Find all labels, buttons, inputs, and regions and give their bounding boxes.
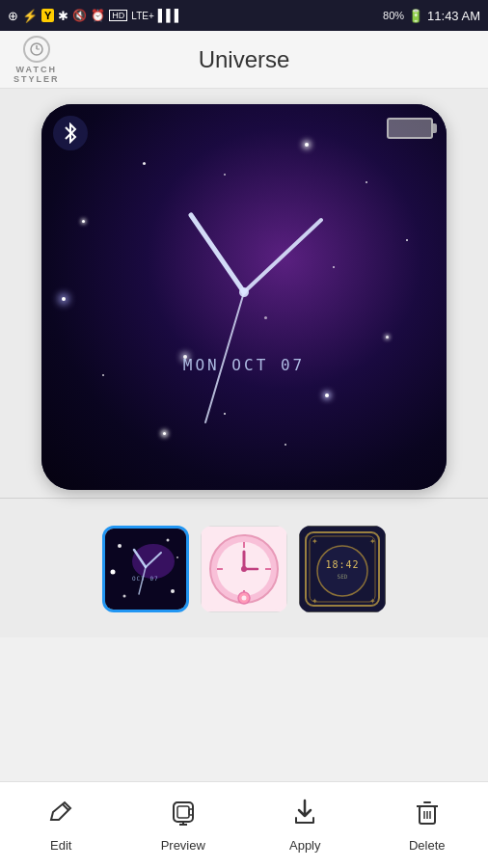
clock-svg <box>41 104 447 490</box>
svg-text:✦: ✦ <box>369 537 376 546</box>
svg-point-13 <box>171 589 175 593</box>
app-logo: WATCH STYLER <box>14 36 60 84</box>
alarm-icon: ⏰ <box>91 9 105 22</box>
apply-button[interactable]: Apply <box>244 789 366 862</box>
thumb-pink-svg <box>203 529 285 610</box>
hd-icon: HD <box>109 10 127 21</box>
watch-face-preview: MON OCT 07 <box>41 104 447 490</box>
svg-line-3 <box>191 215 244 292</box>
status-right: 80% 🔋 11:43 AM <box>383 9 480 23</box>
preview-icon <box>170 799 197 832</box>
battery-icon: 🔋 <box>408 9 423 23</box>
svg-point-30 <box>242 596 247 601</box>
thumb-universe-svg: OCT 07 <box>105 529 186 610</box>
svg-text:18:42: 18:42 <box>325 559 359 570</box>
logo-text-watch: WATCH <box>16 65 57 74</box>
app-header: WATCH STYLER Universe <box>0 31 488 89</box>
bluetooth-icon: ✱ <box>58 9 68 23</box>
delete-button[interactable]: Delete <box>366 789 489 862</box>
usb-icon: ⚡ <box>22 9 38 23</box>
apply-icon <box>291 799 318 832</box>
edit-button[interactable]: Edit <box>0 789 122 862</box>
svg-point-12 <box>111 570 116 575</box>
divider-1 <box>0 498 488 499</box>
svg-text:✦: ✦ <box>312 537 318 546</box>
app-icon: Y <box>41 9 54 22</box>
svg-text:SED: SED <box>338 573 348 580</box>
time-display: 11:43 AM <box>427 9 480 23</box>
delete-label: Delete <box>409 838 446 853</box>
thumb-dark-svg: 18:42 SED ✦ ✦ ✦ ✦ <box>302 529 383 610</box>
thumbnail-universe[interactable]: OCT 07 <box>102 526 189 612</box>
svg-point-11 <box>176 556 178 558</box>
watch-date: MON OCT 07 <box>183 356 305 374</box>
edit-label: Edit <box>50 838 71 853</box>
page-title: Universe <box>199 46 290 73</box>
svg-rect-47 <box>189 809 193 815</box>
logo-text-styler: STYLER <box>14 74 60 84</box>
svg-rect-44 <box>177 806 189 818</box>
lte-icon: LTE+ <box>131 11 153 21</box>
delete-icon <box>414 799 441 832</box>
svg-line-4 <box>244 220 321 292</box>
thumbnails-strip: OCT 07 <box>0 506 488 622</box>
svg-point-28 <box>241 566 247 572</box>
preview-button[interactable]: Preview <box>122 789 245 862</box>
svg-point-8 <box>132 544 175 579</box>
logo-circle <box>23 36 50 63</box>
status-bar: ⊕ ⚡ Y ✱ 🔇 ⏰ HD LTE+ ▌▌▌ 80% 🔋 11:43 AM <box>0 0 488 31</box>
edit-icon <box>47 799 74 832</box>
svg-rect-43 <box>174 802 193 822</box>
apply-label: Apply <box>289 838 321 853</box>
action-bar: Edit Preview Apply <box>0 781 488 868</box>
battery-percent: 80% <box>383 10 404 21</box>
logo-watch-icon <box>29 41 44 57</box>
svg-point-9 <box>118 544 122 548</box>
svg-point-34 <box>317 546 367 596</box>
main-content: MON OCT 07 OCT 07 <box>0 89 488 637</box>
mute-icon: 🔇 <box>72 9 87 22</box>
status-left: ⊕ ⚡ Y ✱ 🔇 ⏰ HD LTE+ ▌▌▌ <box>8 9 182 23</box>
svg-text:OCT 07: OCT 07 <box>132 575 159 582</box>
svg-text:✦: ✦ <box>312 597 318 606</box>
svg-point-6 <box>239 287 249 297</box>
preview-label: Preview <box>161 838 205 853</box>
thumbnail-pink[interactable] <box>201 526 287 612</box>
signal-icon: ▌▌▌ <box>158 9 183 22</box>
svg-point-10 <box>167 539 170 542</box>
svg-text:✦: ✦ <box>369 597 376 606</box>
svg-point-14 <box>123 595 126 598</box>
add-icon: ⊕ <box>8 9 18 23</box>
thumbnail-dark-clock[interactable]: 18:42 SED ✦ ✦ ✦ ✦ <box>299 526 386 612</box>
